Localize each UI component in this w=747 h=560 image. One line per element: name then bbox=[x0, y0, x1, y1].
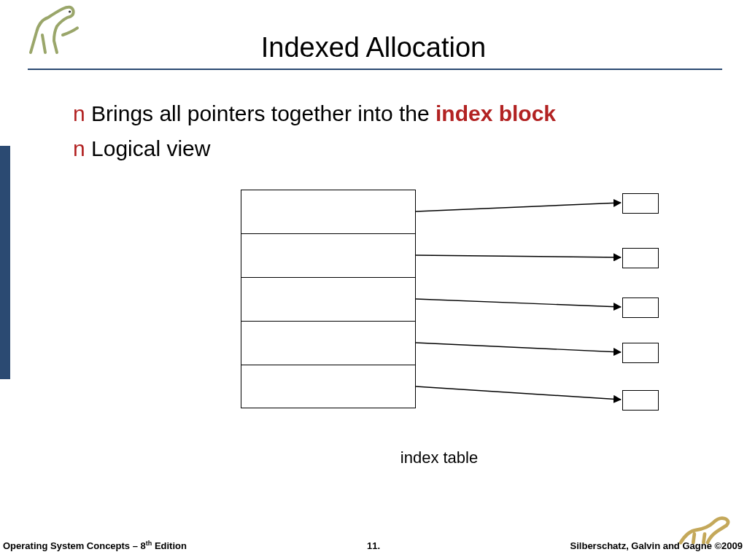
index-row bbox=[241, 365, 416, 408]
diagram-caption-text: index table bbox=[400, 448, 478, 467]
left-accent-bar bbox=[0, 146, 10, 379]
bullet-1-text: Brings all pointers together into the bbox=[91, 101, 436, 125]
footer-right: Silberschatz, Galvin and Gagne ©2009 bbox=[570, 540, 743, 551]
index-row bbox=[241, 190, 416, 233]
svg-line-5 bbox=[416, 386, 621, 400]
index-row bbox=[241, 233, 416, 277]
svg-line-1 bbox=[416, 203, 621, 211]
svg-point-0 bbox=[69, 10, 71, 12]
slide-title: Indexed Allocation bbox=[0, 32, 747, 63]
data-block bbox=[622, 248, 659, 268]
bullet-1: n Brings all pointers together into the … bbox=[73, 96, 715, 131]
svg-line-2 bbox=[416, 255, 621, 257]
title-rule bbox=[28, 69, 722, 70]
bullet-marker: n bbox=[73, 101, 85, 125]
footer: Operating System Concepts – 8th Edition … bbox=[0, 535, 747, 551]
data-block bbox=[622, 298, 659, 318]
diagram-caption: index table bbox=[0, 448, 747, 467]
data-block bbox=[622, 343, 659, 363]
bullet-1-emphasis: index block bbox=[436, 101, 556, 125]
bullet-2: n Logical view bbox=[73, 131, 715, 166]
index-table-diagram bbox=[241, 190, 416, 408]
data-block bbox=[622, 193, 659, 214]
index-row bbox=[241, 321, 416, 365]
bullet-2-text: Logical view bbox=[91, 136, 210, 160]
data-block bbox=[622, 390, 659, 411]
index-row bbox=[241, 277, 416, 321]
svg-line-4 bbox=[416, 343, 621, 352]
bullet-list: n Brings all pointers together into the … bbox=[73, 96, 715, 166]
slide: Indexed Allocation n Brings all pointers… bbox=[0, 0, 747, 560]
bullet-marker: n bbox=[73, 136, 85, 160]
svg-line-3 bbox=[416, 299, 621, 307]
